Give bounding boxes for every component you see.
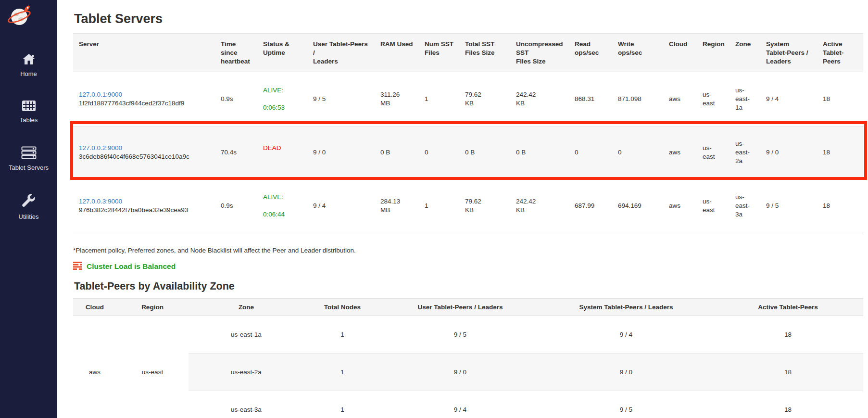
cluster-balance-status: Cluster Load is Balanced xyxy=(73,262,863,272)
cloud-cell: aws xyxy=(73,316,116,418)
uncompressed-cell: 242.42 KB xyxy=(510,179,569,233)
col-zone: Zone xyxy=(189,298,304,316)
user-peers-cell: 9 / 4 xyxy=(381,391,540,418)
sst-size-cell: 79.62 KB xyxy=(459,179,510,233)
table-row: 127.0.0.1:9000 1f2fd188777643cf944ced2f3… xyxy=(73,72,863,126)
table-header-row: Cloud Region Zone Total Nodes User Table… xyxy=(73,298,863,316)
server-link[interactable]: 127.0.0.3:9000 xyxy=(79,198,122,205)
zone-cell: us-east-3a xyxy=(189,391,304,418)
tablet-servers-icon xyxy=(21,146,37,161)
col-cloud: Cloud xyxy=(663,34,697,72)
zone-cell: us-east-2a xyxy=(189,354,304,391)
col-uncompressed: Uncompressed SST Files Size xyxy=(510,34,569,72)
cloud-cell: aws xyxy=(663,126,697,179)
read-ops-cell: 868.31 xyxy=(569,72,612,126)
col-cloud: Cloud xyxy=(73,298,116,316)
server-cell: 127.0.0.2:9000 3c6deb86f40c4f668e5763041… xyxy=(73,126,215,179)
table-row: 127.0.0.2:9000 3c6deb86f40c4f668e5763041… xyxy=(73,126,863,179)
read-ops-cell: 0 xyxy=(569,126,612,179)
server-uuid: 1f2fd188777643cf944ced2f37c18df9 xyxy=(79,99,209,108)
sidebar-item-tablet-servers[interactable]: Tablet Servers xyxy=(0,146,57,171)
tables-icon xyxy=(22,100,36,114)
status-cell: ALIVE: 0:06:44 xyxy=(257,179,307,233)
system-peers-cell: 9 / 5 xyxy=(760,179,817,233)
col-server: Server xyxy=(73,34,215,72)
table-row: aws us-east us-east-1a 1 9 / 5 9 / 4 18 xyxy=(73,316,863,354)
col-user-peers: User Tablet-Peers / Leaders xyxy=(307,34,375,72)
col-active-peers: Active Tablet-Peers xyxy=(713,298,863,316)
zone-cell: us- east- 1a xyxy=(730,72,760,126)
total-nodes-cell: 1 xyxy=(304,316,381,354)
page-title: Tablet Servers xyxy=(74,12,863,26)
active-peers-cell: 18 xyxy=(817,179,863,233)
user-peers-cell: 9 / 0 xyxy=(307,126,375,179)
col-region: Region xyxy=(697,34,730,72)
read-ops-cell: 687.99 xyxy=(569,179,612,233)
cloud-cell: aws xyxy=(663,72,697,126)
server-uuid: 3c6deb86f40c4f668e5763041ce10a9c xyxy=(79,152,209,161)
balance-status-text: Cluster Load is Balanced xyxy=(87,262,176,271)
table-row: 127.0.0.3:9000 976b382c2ff442f7ba0bea32e… xyxy=(73,179,863,233)
system-peers-cell: 9 / 0 xyxy=(540,354,713,391)
balance-bars-icon xyxy=(73,262,82,272)
server-link[interactable]: 127.0.0.1:9000 xyxy=(79,91,122,98)
table-row: us-east-2a 1 9 / 0 9 / 0 18 xyxy=(73,354,863,391)
col-active-peers: Active Tablet- Peers xyxy=(817,34,863,72)
table-row: us-east-3a 1 9 / 4 9 / 5 18 xyxy=(73,391,863,418)
sidebar-item-tables[interactable]: Tables xyxy=(0,100,57,124)
system-peers-cell: 9 / 4 xyxy=(540,316,713,354)
sidebar: Home Tables xyxy=(0,0,57,418)
zone-cell: us- east- 3a xyxy=(730,179,760,233)
region-cell: us-east xyxy=(116,316,189,418)
sidebar-item-utilities[interactable]: Utilities xyxy=(0,194,57,220)
total-nodes-cell: 1 xyxy=(304,354,381,391)
server-link[interactable]: 127.0.0.2:9000 xyxy=(79,144,122,152)
region-cell: us- east xyxy=(697,126,730,179)
col-num-sst: Num SST Files xyxy=(419,34,459,72)
system-peers-cell: 9 / 0 xyxy=(760,126,817,179)
active-peers-cell: 18 xyxy=(817,72,863,126)
col-system-peers: System Tablet-Peers / Leaders xyxy=(540,298,713,316)
num-sst-cell: 1 xyxy=(419,72,459,126)
user-peers-cell: 9 / 5 xyxy=(381,316,540,354)
availability-zone-table: Cloud Region Zone Total Nodes User Table… xyxy=(73,298,863,418)
uncompressed-cell: 0 B xyxy=(510,126,569,179)
sidebar-item-label: Tables xyxy=(20,116,38,124)
planet-rocket-logo[interactable] xyxy=(7,4,57,29)
server-uuid: 976b382c2ff442f7ba0bea32e39cea93 xyxy=(79,206,209,215)
col-sst-size: Total SST Files Size xyxy=(459,34,510,72)
col-system-peers: System Tablet-Peers / Leaders xyxy=(760,34,817,72)
zone-cell: us-east-1a xyxy=(189,316,304,354)
user-peers-cell: 9 / 4 xyxy=(307,179,375,233)
active-peers-cell: 18 xyxy=(713,391,863,418)
col-write-ops: Write ops/sec xyxy=(612,34,663,72)
total-nodes-cell: 1 xyxy=(304,391,381,418)
sidebar-item-label: Utilities xyxy=(19,213,39,220)
placement-note: *Placement policy, Preferred zones, and … xyxy=(73,247,863,254)
main-content: Tablet Servers Server Time since heartbe… xyxy=(57,0,868,418)
tablet-servers-table: Server Time since heartbeat Status & Upt… xyxy=(73,33,863,233)
status-badge: ALIVE: xyxy=(263,193,302,202)
ram-cell: 0 B xyxy=(375,126,419,179)
col-heartbeat: Time since heartbeat xyxy=(215,34,257,72)
col-region: Region xyxy=(116,298,189,316)
sidebar-nav: Home Tables xyxy=(0,53,57,220)
write-ops-cell: 871.098 xyxy=(612,72,663,126)
col-status: Status & Uptime xyxy=(257,34,307,72)
active-peers-cell: 18 xyxy=(713,354,863,391)
active-peers-cell: 18 xyxy=(817,126,863,179)
region-cell: us- east xyxy=(697,179,730,233)
status-badge: ALIVE: xyxy=(263,86,302,95)
uncompressed-cell: 242.42 KB xyxy=(510,72,569,126)
zone-cell: us- east- 2a xyxy=(730,126,760,179)
col-total-nodes: Total Nodes xyxy=(304,298,381,316)
write-ops-cell: 0 xyxy=(612,126,663,179)
system-peers-cell: 9 / 5 xyxy=(540,391,713,418)
home-icon xyxy=(22,53,36,67)
region-cell: us- east xyxy=(697,72,730,126)
col-read-ops: Read ops/sec xyxy=(569,34,612,72)
cloud-cell: aws xyxy=(663,179,697,233)
table-header-row: Server Time since heartbeat Status & Upt… xyxy=(73,34,863,72)
user-peers-cell: 9 / 5 xyxy=(307,72,375,126)
sidebar-item-home[interactable]: Home xyxy=(0,53,57,77)
